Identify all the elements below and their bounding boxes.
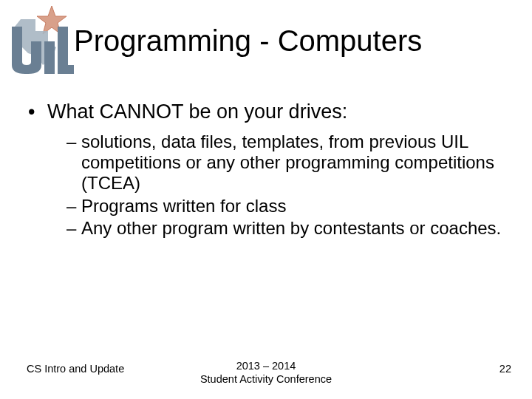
slide-body: What CANNOT be on your drives: solutions… — [28, 100, 510, 240]
bullet-level2: Programs written for class — [28, 196, 510, 216]
svg-rect-1 — [44, 41, 55, 74]
page-number: 22 — [499, 362, 511, 375]
uil-texas-logo — [7, 4, 74, 75]
footer-center: 2013 – 2014 Student Activity Conference — [0, 359, 532, 386]
footer-center-line2: Student Activity Conference — [200, 373, 332, 385]
bullet-level2: Any other program written by contestants… — [28, 218, 510, 239]
bullet-level2: solutions, data files, templates, from p… — [28, 132, 510, 194]
bullet-level1: What CANNOT be on your drives: — [28, 100, 510, 124]
slide: Programming - Computers What CANNOT be o… — [0, 0, 532, 399]
slide-title: Programming - Computers — [74, 25, 517, 56]
footer-center-line1: 2013 – 2014 — [236, 360, 296, 372]
